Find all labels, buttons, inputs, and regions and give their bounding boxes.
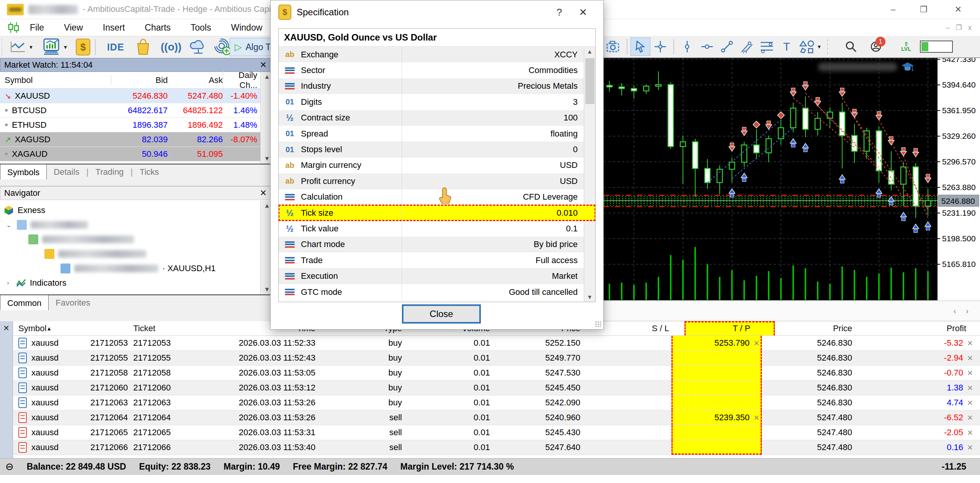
toolbox-side-strip[interactable]: ✕ [0, 321, 13, 458]
chevron-down-icon[interactable]: ▼ [63, 44, 68, 50]
close-button[interactable]: ✕ [946, 3, 971, 16]
spec-row-contract-size[interactable]: ½Contract size100 [279, 110, 595, 126]
tab-ticks[interactable]: Ticks [133, 166, 166, 179]
remove-icon[interactable]: ✕ [753, 339, 760, 348]
positions-column-profit[interactable]: Profit [890, 321, 966, 335]
channel-tool[interactable] [737, 37, 757, 56]
navigator-account-node[interactable]: ⌄ [4, 218, 273, 232]
chevron-down-icon[interactable]: ⌄ [5, 221, 13, 229]
market-watch-button[interactable]: $ [74, 38, 93, 56]
navigator-ea-node[interactable] [4, 247, 273, 261]
spec-row-trade[interactable]: TradeFull access [279, 252, 595, 268]
spec-row-sector[interactable]: SectorCommodities [279, 62, 595, 78]
spec-row-margin-currency[interactable]: abMargin currencyUSD [279, 158, 595, 173]
market-watch-row[interactable]: •BTCUSD64822.61764825.1221.46% [0, 103, 273, 118]
menu-item-charts[interactable]: Charts [135, 23, 181, 33]
spec-row-chart-mode[interactable]: Chart modeBy bid price [279, 237, 595, 252]
remove-icon[interactable]: ✕ [967, 443, 973, 452]
menu-item-insert[interactable]: Insert [93, 23, 135, 33]
chevron-down-icon[interactable]: ▼ [29, 44, 34, 50]
mw-column-header-0[interactable]: Symbol [0, 75, 111, 85]
navigator-folder-node[interactable] [4, 232, 273, 247]
candlestick-chart[interactable]: 5427.3305394.6405361.9505329.2605296.570… [604, 58, 980, 321]
horizontal-line-tool[interactable] [697, 37, 717, 56]
spec-row-spread[interactable]: 01Spreadfloating [279, 126, 595, 141]
search-icon[interactable] [841, 37, 861, 56]
chart-type-button[interactable]: ▼ [8, 38, 35, 56]
market-watch-row[interactable]: •XAGAUD50.94651.095 [0, 147, 273, 161]
tab-details[interactable]: Details [47, 166, 86, 179]
trendline-tool[interactable] [717, 37, 737, 56]
fibonacci-tool[interactable] [757, 37, 777, 56]
scroll-down-icon[interactable]: ▼ [264, 286, 270, 293]
remove-icon[interactable]: ✕ [967, 428, 973, 437]
positions-column-symbol[interactable]: Symbol ▲ [18, 321, 118, 335]
positions-column-price[interactable]: Price [776, 321, 852, 335]
spec-row-gtc-mode[interactable]: GTC modeGood till cancelled [279, 284, 595, 300]
child-restore-icon[interactable]: ❐ [956, 23, 962, 32]
menu-item-view[interactable]: View [54, 23, 93, 33]
tab-symbols[interactable]: Symbols [0, 164, 47, 179]
market-watch-row[interactable]: •ETHUSD1896.3871896.4921.48% [0, 118, 273, 132]
spec-row-calculation[interactable]: CalculationCFD Leverage [279, 189, 595, 205]
navigator-indicators-node[interactable]: › Indicators [4, 276, 273, 290]
cloud-icon[interactable] [187, 38, 210, 56]
new-chart-button[interactable]: ▼ [40, 38, 70, 56]
position-row[interactable]: xauusd21712060217120602026.03.03 11:53:1… [13, 381, 980, 395]
chevron-down-icon[interactable]: ▼ [817, 44, 822, 50]
resize-grip[interactable] [595, 321, 601, 327]
scroll-up-icon[interactable]: ▲ [587, 48, 593, 55]
market-watch-column-headers[interactable]: SymbolBidAskDaily Ch... [0, 72, 273, 89]
position-row[interactable]: xauusd21712066217120662026.03.03 11:53:4… [13, 440, 980, 455]
help-button[interactable]: ? [548, 7, 570, 18]
menu-item-file[interactable]: File [20, 23, 54, 33]
spec-row-exchange[interactable]: abExchangeXCCY [279, 47, 595, 62]
close-icon[interactable]: ✕ [3, 324, 10, 332]
mw-column-header-1[interactable]: Bid [111, 75, 168, 85]
remove-icon[interactable]: ✕ [967, 354, 973, 363]
text-tool[interactable]: T [777, 37, 797, 56]
dialog-scrollbar[interactable]: ▲ ▼ [584, 47, 595, 302]
screenshot-camera-icon[interactable] [604, 37, 624, 56]
position-row[interactable]: xauusd21712055217120552026.03.03 11:52:4… [13, 351, 980, 366]
dialog-close-button[interactable]: Close [402, 305, 480, 323]
spec-row-profit-currency[interactable]: abProfit currencyUSD [279, 173, 595, 189]
remove-icon[interactable]: ✕ [967, 398, 973, 407]
navigator-header[interactable]: Navigator ✕ [0, 186, 273, 200]
community-notifications-icon[interactable]: 1 [866, 37, 886, 56]
market-watch-row[interactable]: ↗XAGUSD82.03982.266-8.07% [0, 132, 273, 147]
remove-icon[interactable]: ✕ [967, 369, 973, 377]
remove-icon[interactable]: ✕ [967, 413, 973, 422]
dialog-close-icon[interactable]: ✕ [570, 7, 596, 18]
position-row[interactable]: xauusd21712053217120532026.03.03 11:52:3… [13, 336, 980, 351]
spec-row-tick-value[interactable]: ½Tick value0.1 [279, 221, 595, 236]
chevron-right-icon[interactable]: › [4, 280, 12, 286]
market-store-icon[interactable] [132, 38, 155, 56]
dialog-title-bar[interactable]: $ Specification ? ✕ [271, 0, 603, 24]
maximize-button[interactable]: ❐ [911, 3, 936, 16]
ide-button[interactable]: IDE [100, 38, 131, 56]
scroll-right-icon[interactable]: › [966, 307, 969, 315]
scroll-up-icon[interactable]: ▲ [264, 202, 270, 209]
positions-column-ticket[interactable]: Ticket [133, 321, 233, 335]
remove-icon[interactable]: ✕ [967, 384, 973, 392]
child-window-controls[interactable]: – ❐ x [934, 21, 976, 34]
vertical-line-tool[interactable] [677, 37, 697, 56]
spec-row-execution[interactable]: ExecutionMarket [279, 268, 595, 284]
chart-tab-strip[interactable]: ‹ › [604, 301, 980, 321]
levels-icon[interactable]: ⇧LVL [896, 37, 916, 56]
minimize-button[interactable]: – [880, 3, 906, 16]
remove-icon[interactable]: ✕ [967, 339, 973, 348]
position-row[interactable]: xauusd21712064217120642026.03.03 11:53:2… [13, 410, 980, 425]
position-row[interactable]: xauusd21712058217120582026.03.03 11:53:0… [13, 366, 980, 381]
scroll-up-icon[interactable]: ▲ [264, 73, 270, 80]
remove-icon[interactable]: ✕ [753, 413, 760, 422]
tab-favorites[interactable]: Favorites [49, 296, 97, 309]
scroll-left-icon[interactable]: ‹ [954, 307, 956, 315]
status-icon[interactable]: ⊖ [5, 461, 14, 473]
navigator-broker-node[interactable]: Exness [4, 203, 273, 218]
signals-icon[interactable]: ((o)) [158, 38, 185, 56]
positions-column-tp[interactable]: T / P [681, 321, 750, 335]
spec-row-industry[interactable]: IndustryPrecious Metals [279, 78, 595, 94]
cursor-tool-button[interactable] [630, 37, 650, 56]
